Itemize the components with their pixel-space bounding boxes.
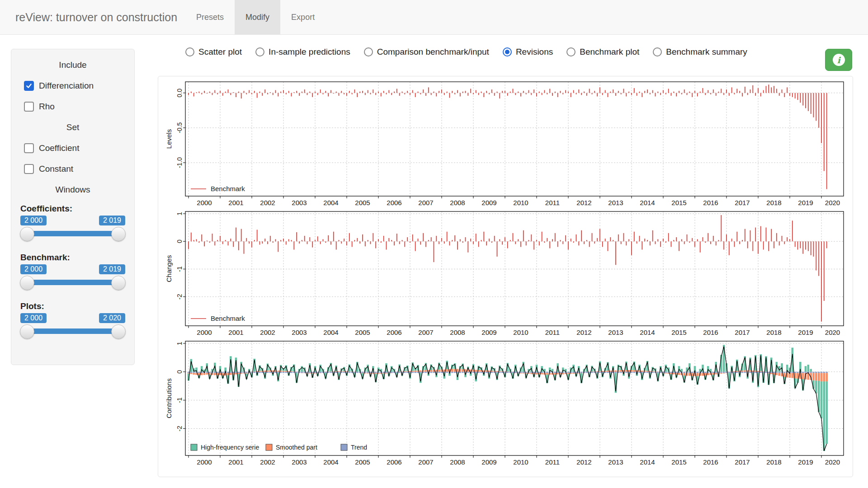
constant-checkbox[interactable]: [24, 164, 34, 174]
include-heading: Include: [20, 60, 125, 70]
svg-text:1: 1: [176, 212, 183, 216]
svg-text:Contributions: Contributions: [165, 378, 173, 418]
checkbox-row-rho[interactable]: Rho: [24, 102, 125, 112]
svg-text:2015: 2015: [671, 328, 686, 336]
svg-text:-0.5: -0.5: [176, 122, 183, 133]
svg-text:2012: 2012: [576, 458, 591, 466]
svg-text:-2: -2: [176, 426, 183, 432]
svg-text:2016: 2016: [703, 458, 718, 466]
svg-text:2001: 2001: [228, 458, 243, 466]
tab-modify[interactable]: Modify: [235, 0, 280, 34]
svg-text:2011: 2011: [545, 458, 560, 466]
svg-text:2019: 2019: [798, 458, 813, 466]
radio-benchmark-summary[interactable]: Benchmark summary: [653, 47, 747, 57]
svg-text:2006: 2006: [387, 458, 401, 466]
radio-comparison-benchmark-input[interactable]: Comparison benchmark/input: [364, 47, 489, 57]
radio-in-sample-predictions[interactable]: In-sample predictions: [255, 47, 350, 57]
svg-text:2008: 2008: [450, 458, 465, 466]
windows-heading: Windows: [20, 185, 125, 195]
svg-text:-1: -1: [176, 266, 183, 272]
checkbox-row-coefficient[interactable]: Coefficient: [24, 143, 125, 153]
svg-text:2004: 2004: [323, 328, 338, 336]
svg-text:2011: 2011: [545, 199, 560, 206]
svg-text:2009: 2009: [481, 328, 496, 336]
svg-text:2007: 2007: [418, 458, 433, 466]
radio-icon: [566, 47, 576, 56]
navbar: reView: turnover on construction Presets…: [0, 0, 868, 35]
svg-text:2016: 2016: [703, 328, 718, 336]
slider-active-bar[interactable]: [27, 280, 119, 285]
benchmark-range-slider[interactable]: 2 000 2 019: [20, 263, 125, 292]
svg-text:Benchmark: Benchmark: [211, 314, 245, 322]
info-button[interactable]: i: [825, 49, 852, 71]
svg-text:2016: 2016: [703, 199, 718, 206]
svg-text:2005: 2005: [355, 199, 370, 206]
sidebar-panel: Include Differenciation Rho Set Coeffici…: [11, 49, 135, 365]
checkbox-row-differenciation[interactable]: Differenciation: [24, 81, 125, 91]
svg-text:2004: 2004: [323, 458, 338, 466]
svg-text:2003: 2003: [292, 199, 307, 206]
coefficients-to-handle[interactable]: [111, 227, 126, 241]
svg-text:2018: 2018: [766, 328, 781, 336]
levels-chart: 2000200120022003200420052006200720082009…: [163, 79, 848, 209]
svg-text:2010: 2010: [513, 458, 528, 466]
svg-text:Smoothed part: Smoothed part: [276, 444, 317, 451]
svg-text:2017: 2017: [735, 458, 750, 466]
radio-icon: [364, 47, 373, 56]
slider-active-bar[interactable]: [27, 328, 119, 334]
radio-icon: [653, 47, 662, 56]
rho-checkbox[interactable]: [24, 102, 34, 112]
plots-from-handle[interactable]: [20, 324, 34, 339]
svg-text:2013: 2013: [608, 199, 623, 206]
svg-text:-2: -2: [176, 294, 183, 300]
set-heading: Set: [20, 122, 125, 132]
svg-text:2015: 2015: [671, 199, 686, 206]
svg-text:2003: 2003: [292, 458, 307, 466]
svg-text:2018: 2018: [766, 199, 781, 206]
app-title: reView: turnover on construction: [0, 0, 185, 34]
svg-text:2002: 2002: [260, 458, 275, 466]
svg-text:2008: 2008: [450, 199, 465, 206]
plots-range-slider[interactable]: 2 000 2 020: [20, 312, 125, 341]
svg-text:2014: 2014: [640, 458, 655, 466]
svg-text:2014: 2014: [640, 328, 655, 336]
benchmark-from-value: 2 000: [20, 264, 47, 274]
svg-text:2000: 2000: [197, 199, 212, 206]
coefficient-checkbox[interactable]: [24, 143, 34, 153]
radio-icon: [185, 47, 194, 56]
svg-text:2001: 2001: [228, 199, 243, 206]
svg-text:2012: 2012: [576, 199, 591, 206]
plots-to-handle[interactable]: [111, 324, 126, 339]
benchmark-slider-label: Benchmark:: [20, 253, 125, 263]
plots-slider-label: Plots:: [20, 301, 125, 311]
svg-text:0: 0: [176, 370, 183, 374]
svg-text:2014: 2014: [640, 199, 655, 206]
tab-export[interactable]: Export: [280, 0, 326, 34]
radio-scatter-plot[interactable]: Scatter plot: [185, 47, 242, 57]
radio-revisions[interactable]: Revisions: [503, 47, 553, 57]
svg-text:2005: 2005: [355, 458, 370, 466]
tab-presets[interactable]: Presets: [185, 0, 235, 34]
svg-text:2007: 2007: [418, 199, 433, 206]
svg-text:Trend: Trend: [351, 444, 367, 451]
differenciation-checkbox[interactable]: [24, 81, 34, 91]
benchmark-to-handle[interactable]: [111, 276, 126, 290]
coefficients-from-handle[interactable]: [20, 227, 34, 241]
svg-text:Benchmark: Benchmark: [211, 185, 245, 192]
svg-text:Changes: Changes: [165, 255, 173, 282]
svg-text:2000: 2000: [197, 328, 212, 336]
coefficients-range-slider[interactable]: 2 000 2 019: [20, 215, 125, 244]
radio-benchmark-plot[interactable]: Benchmark plot: [566, 47, 639, 57]
svg-text:2020: 2020: [825, 328, 840, 336]
plots-to-value: 2 020: [99, 313, 125, 323]
checkbox-row-constant[interactable]: Constant: [24, 164, 125, 174]
slider-active-bar[interactable]: [27, 231, 119, 236]
check-icon: [25, 82, 33, 89]
svg-text:2019: 2019: [798, 199, 813, 206]
svg-text:2002: 2002: [260, 328, 275, 336]
svg-text:2009: 2009: [481, 458, 496, 466]
svg-text:2010: 2010: [513, 328, 528, 336]
benchmark-from-handle[interactable]: [20, 276, 34, 290]
svg-text:2020: 2020: [825, 458, 840, 466]
coefficients-to-value: 2 019: [99, 216, 125, 225]
